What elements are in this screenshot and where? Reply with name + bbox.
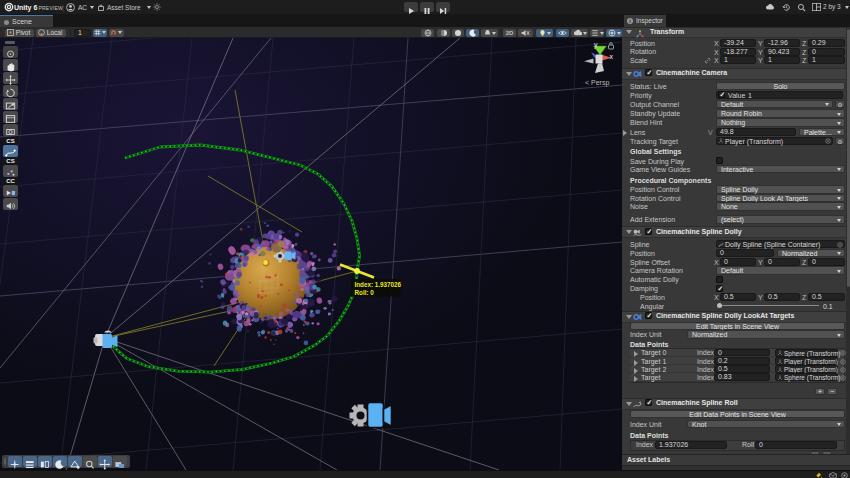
svg-text:y: y [594, 41, 598, 49]
svg-text:< Persp: < Persp [585, 79, 609, 87]
svg-text:Roll: 0: Roll: 0 [355, 289, 375, 296]
svg-text:Index: 1.937026: Index: 1.937026 [355, 281, 402, 288]
svg-text:x: x [610, 53, 614, 60]
